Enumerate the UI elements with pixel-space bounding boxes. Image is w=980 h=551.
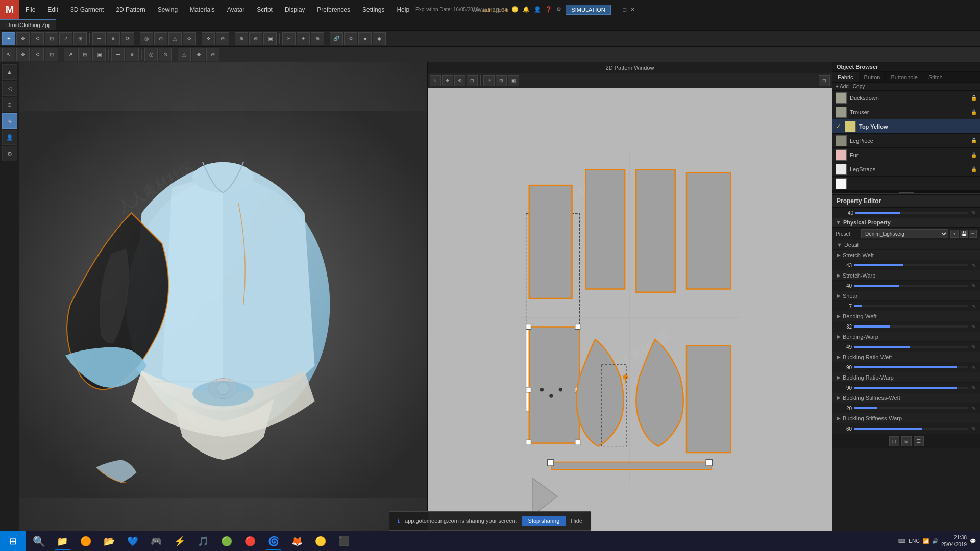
toolbar-rotate[interactable]: ⟲ [31,32,44,45]
taskbar-app-chrome[interactable]: 🟡 [309,531,332,552]
tab-stitch[interactable]: Stitch [923,72,948,82]
buckling-stiffness-weft-edit[interactable]: ✎ [972,406,976,411]
material-fur[interactable]: Fur 🔒 [832,148,980,162]
taskbar-app-spotify[interactable]: 🎵 [192,531,214,552]
buckling-ratio-weft-edit[interactable]: ✎ [972,365,976,370]
toolbar-t10[interactable]: ❖ [202,32,215,45]
toolbar-t12[interactable]: ⊕ [235,32,248,45]
stretch-warp-edit[interactable]: ✎ [972,283,976,289]
menu-script[interactable]: Script [251,0,279,19]
material-ducksdown[interactable]: Ducksdown 🔒 [832,91,980,105]
stop-sharing-button[interactable]: Stop sharing [522,516,566,526]
toolbar-t6[interactable]: ◎ [140,32,153,45]
pw-zoom[interactable]: ⊡ [819,75,830,86]
tb2-t1[interactable]: ↖ [2,48,15,61]
toolbar-t2[interactable]: ⊞ [74,32,87,45]
bending-warp-edit[interactable]: ✎ [972,344,976,350]
material-empty[interactable] [832,177,980,191]
ob-copy-btn[interactable]: Copy [853,84,865,89]
shear-slider[interactable] [854,305,968,307]
tb2-t5[interactable]: ↗ [64,48,77,61]
sidebar-btn-avatar[interactable]: 👤 [2,130,17,145]
stretch-warp-slider[interactable] [854,285,968,287]
tb2-t2[interactable]: ✥ [16,48,30,61]
taskbar-app-8[interactable]: ⬛ [333,531,355,552]
menu-materials[interactable]: Materials [184,0,221,19]
tb2-t8[interactable]: ☰ [111,48,125,61]
toolbar-t5[interactable]: ⟳ [121,32,134,45]
file-tab[interactable]: DruidClothing.Zpj [0,19,56,30]
bending-weft-edit[interactable]: ✎ [972,324,976,330]
viewport-3d[interactable]: 人人素材社区 人人素材社区 人人素材社区 [19,62,428,547]
toolbar-t1[interactable]: ↗ [59,32,72,45]
bending-warp-slider[interactable] [854,346,968,348]
taskbar-app-7[interactable]: 🔴 [239,531,261,552]
sidebar-btn-side[interactable]: ◁ [2,81,17,96]
buckling-stiffness-weft-slider[interactable] [854,407,968,409]
tb2-t12[interactable]: △ [178,48,191,61]
buckling-stiffness-weft-section[interactable]: ▶ Buckling Stiffness-Weft [832,393,980,403]
window-max[interactable]: □ [623,7,627,13]
bending-warp-section[interactable]: ▶ Bending-Warp [832,332,980,342]
shear-section[interactable]: ▶ Shear [832,291,980,301]
taskbar-app-3[interactable]: 📂 [98,531,120,552]
stretch-weft-slider[interactable] [854,264,968,266]
toolbar-t17[interactable]: ⊕ [311,32,324,45]
toolbar-t9[interactable]: ⟳ [183,32,196,45]
buckling-ratio-weft-section[interactable]: ▶ Buckling Ratio-Weft [832,352,980,362]
menu-3d-garment[interactable]: 3D Garment [64,0,110,19]
pattern-window[interactable]: 2D Pattern Window ↖ ✥ ⟲ ⊡ ↗ ⊞ ▣ ⊡ 人人素材社区… [428,62,832,547]
buckling-stiffness-warp-edit[interactable]: ✎ [972,426,976,432]
toolbar-t19[interactable]: ⚙ [344,32,357,45]
toolbar-t3[interactable]: ☰ [92,32,106,45]
buckling-ratio-warp-section[interactable]: ▶ Buckling Ratio-Warp [832,372,980,383]
menu-file[interactable]: File [19,0,41,19]
toolbar-t7[interactable]: ⊙ [154,32,167,45]
taskbar-app-search[interactable]: 🔍 [28,531,50,552]
menu-edit[interactable]: Edit [41,0,64,19]
tb2-t4[interactable]: ⊡ [45,48,58,61]
physical-property-section[interactable]: ▼ Physical Property [832,218,980,228]
toolbar-t4[interactable]: ≡ [107,32,120,45]
tab-fabric[interactable]: Fabric [832,72,859,82]
reflection-intensity-slider[interactable] [855,212,968,214]
shear-edit[interactable]: ✎ [972,304,976,309]
sidebar-btn-settings[interactable]: ⚙ [2,146,17,161]
pe-icon3[interactable]: ☰ [914,436,924,446]
taskbar-app-firefox[interactable]: 🦊 [286,531,308,552]
toolbar-scale[interactable]: ⊡ [45,32,58,45]
taskbar-app-blender[interactable]: 🟠 [75,531,97,552]
sidebar-btn-top[interactable]: ⊙ [2,97,17,112]
simulation-button[interactable]: SIMULATION [566,5,610,15]
bending-weft-slider[interactable] [854,325,968,328]
sidebar-btn-front[interactable]: ▲ [2,64,17,80]
menu-display[interactable]: Display [279,0,311,19]
menu-sewing[interactable]: Sewing [152,0,184,19]
stretch-warp-section[interactable]: ▶ Stretch-Warp [832,270,980,281]
window-min[interactable]: ─ [615,7,619,13]
material-trouser[interactable]: Trouser 🔒 [832,105,980,119]
buckling-ratio-warp-edit[interactable]: ✎ [972,385,976,391]
tb2-t14[interactable]: ⊛ [206,48,219,61]
buckling-stiffness-warp-section[interactable]: ▶ Buckling Stiffness-Warp [832,413,980,423]
taskbar-start-button[interactable]: ⊞ [0,531,26,552]
notification-tray[interactable]: 💬 [970,538,976,544]
pw-tb7[interactable]: ▣ [508,75,519,86]
preset-icon-2[interactable]: 💾 [960,230,968,238]
tab-button[interactable]: Button [859,72,886,82]
toolbar-t15[interactable]: ✂ [282,32,296,45]
material-legpiece[interactable]: LegPiece 🔒 [832,134,980,148]
toolbar-t8[interactable]: △ [168,32,182,45]
tab-buttonhole[interactable]: Buttonhole [886,72,923,82]
menu-preferences[interactable]: Preferences [311,0,356,19]
taskbar-app-explorer[interactable]: 📁 [51,531,74,552]
taskbar-app-5[interactable]: ⚡ [168,531,191,552]
pw-tb6[interactable]: ⊞ [496,75,507,86]
hide-notification-button[interactable]: Hide [571,518,582,524]
toolbar-t13[interactable]: ⊗ [249,32,262,45]
bending-weft-section[interactable]: ▶ Bending-Weft [832,311,980,321]
buckling-ratio-weft-slider[interactable] [854,366,968,368]
tb2-t11[interactable]: ⊙ [159,48,172,61]
window-close[interactable]: ✕ [630,6,635,13]
buckling-stiffness-warp-slider[interactable] [854,428,968,430]
